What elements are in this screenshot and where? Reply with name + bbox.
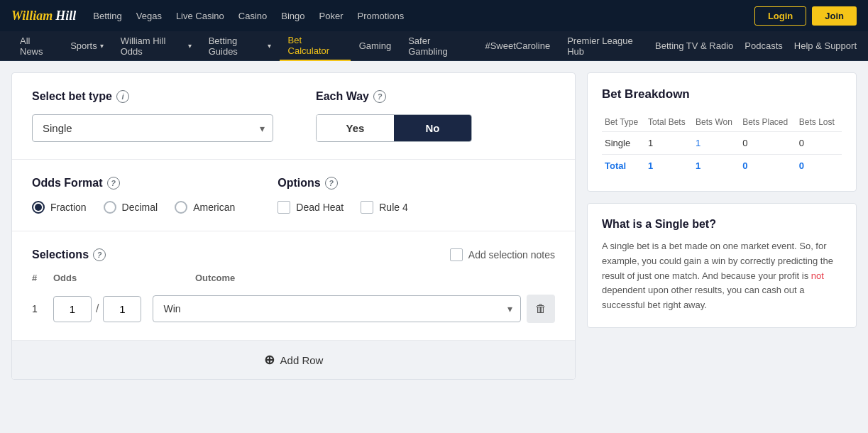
radio-label-decimal: Decimal bbox=[122, 202, 158, 213]
sec-nav-william-hill-odds[interactable]: William Hill Odds ▾ bbox=[112, 31, 200, 61]
sec-nav-all-news[interactable]: All News bbox=[11, 31, 62, 61]
plus-icon: ⊕ bbox=[264, 352, 275, 368]
nav-vegas[interactable]: Vegas bbox=[136, 11, 162, 21]
chevron-down-icon: ▾ bbox=[100, 42, 104, 50]
row-bet-type: Single bbox=[602, 132, 645, 155]
checkbox-box-dead-heat bbox=[278, 201, 290, 214]
odds-slash: / bbox=[92, 302, 103, 315]
header-total-bets: Total Bets bbox=[645, 113, 693, 132]
total-total: 1 bbox=[645, 155, 693, 177]
trash-icon: 🗑 bbox=[535, 302, 546, 315]
total-row: Total 1 1 0 0 bbox=[602, 155, 842, 177]
bet-type-help-icon[interactable]: i bbox=[116, 90, 129, 103]
outcome-select-wrapper: Win Each Way Place ▾ bbox=[153, 295, 521, 322]
odds-denominator-input[interactable] bbox=[103, 296, 141, 322]
right-panel: Bet Breakdown Bet Type Total Bets Bets W… bbox=[587, 72, 857, 380]
odds-format-col: Odds Format ? Fraction Decimal bbox=[32, 177, 235, 214]
odds-numerator-input[interactable] bbox=[53, 296, 92, 322]
sec-nav-betting-guides[interactable]: Betting Guides ▾ bbox=[200, 31, 280, 61]
row-lost: 0 bbox=[796, 132, 842, 155]
nav-betting[interactable]: Betting bbox=[93, 11, 121, 21]
total-lost: 0 bbox=[796, 155, 842, 177]
checkbox-box-rule4 bbox=[361, 201, 373, 214]
odds-inputs: / bbox=[53, 296, 141, 322]
info-card-text: A single bet is a bet made on one market… bbox=[602, 239, 842, 313]
sec-nav-sweet-caroline[interactable]: #SweetCaroline bbox=[476, 31, 559, 61]
login-button[interactable]: Login bbox=[754, 6, 806, 26]
options-col: Options ? Dead Heat Rule 4 bbox=[278, 177, 555, 214]
add-row-label: Add Row bbox=[280, 354, 324, 366]
checkbox-dead-heat[interactable]: Dead Heat bbox=[278, 201, 344, 214]
row-won: 1 bbox=[693, 132, 740, 155]
checkbox-label-dead-heat: Dead Heat bbox=[296, 202, 344, 213]
nav-promotions[interactable]: Promotions bbox=[358, 11, 405, 21]
odds-format-title: Odds Format ? bbox=[32, 177, 235, 190]
selections-title: Selections ? bbox=[32, 248, 106, 261]
sec-nav-gaming[interactable]: Gaming bbox=[351, 31, 400, 61]
nav-casino[interactable]: Casino bbox=[238, 11, 267, 21]
add-notes-area: Add selection notes bbox=[450, 248, 555, 261]
header-bet-type: Bet Type bbox=[602, 113, 645, 132]
radio-decimal[interactable]: Decimal bbox=[104, 201, 158, 214]
add-row-button[interactable]: ⊕ Add Row bbox=[12, 341, 575, 379]
row-placed: 0 bbox=[740, 132, 796, 155]
radio-american[interactable]: American bbox=[175, 201, 235, 214]
top-nav-actions: Login Join bbox=[754, 6, 857, 26]
chevron-down-icon: ▾ bbox=[188, 42, 192, 50]
sec-nav-betting-tv[interactable]: Betting TV & Radio bbox=[655, 40, 733, 51]
logo-hill: Hill bbox=[55, 9, 76, 23]
options-checkbox-group: Dead Heat Rule 4 bbox=[278, 201, 555, 214]
nav-poker[interactable]: Poker bbox=[319, 11, 344, 21]
sec-nav-podcasts[interactable]: Podcasts bbox=[745, 40, 782, 51]
row-total: 1 bbox=[645, 132, 693, 155]
selections-help-icon[interactable]: ? bbox=[93, 248, 106, 261]
row-number: 1 bbox=[32, 303, 48, 314]
nav-live-casino[interactable]: Live Casino bbox=[176, 11, 224, 21]
add-notes-label: Add selection notes bbox=[468, 249, 555, 261]
bet-type-select[interactable]: Single Double Treble Accumulator bbox=[32, 114, 273, 142]
checkbox-rule4[interactable]: Rule 4 bbox=[361, 201, 407, 214]
odds-format-help-icon[interactable]: ? bbox=[107, 177, 120, 190]
nav-bingo[interactable]: Bingo bbox=[281, 11, 304, 21]
selections-section: Selections ? Add selection notes # Odds … bbox=[12, 231, 575, 341]
radio-label-american: American bbox=[193, 202, 235, 213]
sec-nav-help[interactable]: Help & Support bbox=[794, 40, 857, 51]
options-help-icon[interactable]: ? bbox=[325, 177, 338, 190]
logo[interactable]: William Hill bbox=[11, 9, 76, 23]
outcome-select[interactable]: Win Each Way Place bbox=[153, 295, 521, 322]
breakdown-table: Bet Type Total Bets Bets Won Bets Placed… bbox=[602, 113, 842, 177]
logo-william: William bbox=[11, 9, 53, 23]
each-way-help-icon[interactable]: ? bbox=[373, 90, 386, 103]
each-way-no-button[interactable]: No bbox=[394, 115, 471, 141]
bet-type-select-wrapper: Single Double Treble Accumulator ▾ bbox=[32, 114, 273, 142]
radio-circle-decimal bbox=[104, 201, 116, 214]
radio-circle-american bbox=[175, 201, 187, 214]
join-button[interactable]: Join bbox=[812, 6, 857, 26]
info-card-title: What is a Single bet? bbox=[602, 218, 842, 231]
sec-nav-sports[interactable]: Sports ▾ bbox=[62, 31, 112, 61]
total-label: Total bbox=[602, 155, 645, 177]
options-title: Options ? bbox=[278, 177, 555, 190]
header-hash: # bbox=[32, 273, 53, 283]
table-row: Single 1 1 0 0 bbox=[602, 132, 842, 155]
sec-nav-safer-gambling[interactable]: Safer Gambling bbox=[400, 31, 476, 61]
each-way-yes-button[interactable]: Yes bbox=[317, 115, 394, 141]
each-way-toggle: Yes No bbox=[316, 114, 472, 142]
sec-nav-bet-calculator[interactable]: Bet Calculator bbox=[280, 31, 351, 61]
delete-row-button[interactable]: 🗑 bbox=[527, 295, 555, 323]
total-won: 1 bbox=[693, 155, 740, 177]
radio-fraction[interactable]: Fraction bbox=[32, 201, 87, 214]
total-placed: 0 bbox=[740, 155, 796, 177]
add-notes-checkbox[interactable] bbox=[450, 248, 463, 261]
top-nav-links: Betting Vegas Live Casino Casino Bingo P… bbox=[93, 11, 754, 21]
odds-format-radio-group: Fraction Decimal American bbox=[32, 201, 235, 214]
main-content: Select bet type i Single Double Treble A… bbox=[0, 61, 868, 391]
selections-header: Selections ? Add selection notes bbox=[32, 248, 555, 261]
selections-table-header: # Odds Outcome bbox=[32, 273, 555, 289]
highlight-not: not bbox=[811, 270, 824, 281]
sec-nav-premier-league[interactable]: Premier League Hub bbox=[559, 31, 655, 61]
header-outcome: Outcome bbox=[195, 273, 555, 283]
header-bets-won: Bets Won bbox=[693, 113, 740, 132]
sec-nav-right: Betting TV & Radio Podcasts Help & Suppo… bbox=[655, 40, 857, 51]
sec-nav-left: All News Sports ▾ William Hill Odds ▾ Be… bbox=[11, 31, 655, 61]
